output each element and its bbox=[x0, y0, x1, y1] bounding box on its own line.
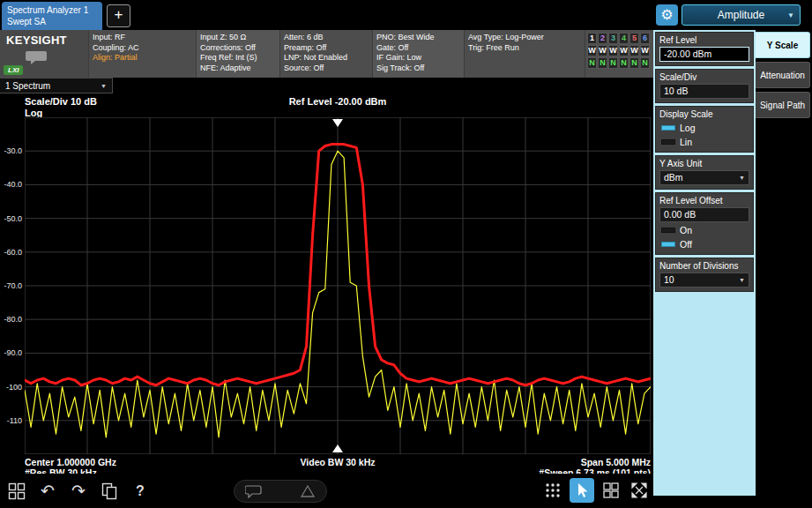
add-tab-button[interactable]: + bbox=[107, 4, 130, 27]
number-of-divisions-dropdown[interactable]: 10 ▼ bbox=[659, 273, 749, 288]
menu-item-ref-level: Ref Level -20.00 dBm bbox=[655, 32, 754, 66]
y-tick-label: -110 bbox=[0, 415, 22, 426]
scale-div-menu-label: Scale/Div bbox=[659, 71, 749, 83]
chart-footer-row1: Center 1.000000 GHz Video BW 30 kHz Span… bbox=[25, 457, 651, 467]
triangle-annotation-icon bbox=[300, 484, 316, 498]
marker-cell: W bbox=[598, 45, 607, 56]
amplitude-menu-panel: Ref Level -20.00 dBm Scale/Div 10 dB Dis… bbox=[653, 30, 756, 496]
top-bar: Spectrum Analyzer 1 Swept SA + ⚙ Amplitu… bbox=[0, 0, 812, 30]
expand-arrows-icon bbox=[630, 482, 648, 499]
header-info-line: Source: Off bbox=[284, 64, 369, 74]
menu-dropdown-amplitude[interactable]: Amplitude ▼ bbox=[682, 4, 801, 26]
menu-tabs: Y ScaleAttenuationSignal Path bbox=[756, 30, 812, 508]
ref-level-offset-menu-label: Ref Level Offset bbox=[659, 195, 749, 206]
logo-cell: KEYSIGHT LXI bbox=[0, 30, 88, 78]
menu-item-ref-level-offset: Ref Level Offset 0.00 dB On Off bbox=[655, 192, 754, 255]
center-freq-marker-bottom bbox=[332, 444, 343, 452]
header-info-line: Trig: Free Run bbox=[468, 43, 581, 54]
menu-item-y-axis-unit: Y Axis Unit dBm ▼ bbox=[655, 155, 754, 190]
tab-y-scale[interactable]: Y Scale bbox=[756, 32, 810, 58]
bottom-toolbar: ↶ ↷ ? bbox=[0, 474, 653, 508]
help-icon: ? bbox=[136, 483, 145, 499]
marker-cell: 1 bbox=[587, 33, 597, 44]
system-settings-button[interactable]: ⚙ bbox=[656, 4, 678, 26]
selection-indicator bbox=[661, 242, 675, 247]
tab-signal-path[interactable]: Signal Path bbox=[756, 92, 810, 118]
header-info-line: Corrections: Off bbox=[200, 43, 276, 54]
tab-spectrum-analyzer-1[interactable]: Spectrum Analyzer 1 Swept SA bbox=[2, 2, 102, 30]
marker-cell: N bbox=[619, 57, 629, 69]
menu-item-scale-div: Scale/Div 10 dB bbox=[655, 69, 754, 103]
y-axis-unit-menu-label: Y Axis Unit bbox=[659, 158, 749, 169]
help-button[interactable]: ? bbox=[129, 480, 152, 503]
number-of-divisions-menu-label: Number of Divisions bbox=[659, 260, 749, 272]
spectrum-analyzer-app: Spectrum Analyzer 1 Swept SA + ⚙ Amplitu… bbox=[0, 0, 812, 508]
marker-cell: 2 bbox=[598, 33, 607, 44]
gear-icon: ⚙ bbox=[660, 7, 673, 22]
undo-icon: ↶ bbox=[41, 481, 55, 501]
header-column: Avg Type: Log-PowerTrig: Free Run bbox=[464, 30, 585, 78]
mode-dropdown-label: Amplitude bbox=[718, 9, 764, 21]
ref-level-offset-off-option[interactable]: Off bbox=[659, 238, 749, 250]
touch-pointer-icon bbox=[574, 482, 590, 498]
menu-item-display-scale: Display Scale Log Lin bbox=[655, 106, 754, 153]
display-scale-log-option[interactable]: Log bbox=[659, 122, 749, 134]
window-layout-button[interactable] bbox=[5, 480, 28, 503]
header-column: Input: RFCoupling: ACAlign: Partial bbox=[88, 30, 196, 78]
tab-subtitle: Swept SA bbox=[7, 16, 97, 27]
window-layout-icon bbox=[8, 482, 26, 500]
header-info-line: Coupling: AC bbox=[93, 43, 192, 54]
header-column: Atten: 6 dBPreamp: OffLNP: Not EnabledSo… bbox=[279, 30, 372, 78]
header-info-line: NFE: Adaptive bbox=[200, 64, 276, 74]
y-tick-label: -90.0 bbox=[0, 347, 22, 358]
trace-selector-dropdown[interactable]: 1 Spectrum ▼ bbox=[0, 78, 113, 93]
marker-cell: 4 bbox=[619, 33, 629, 44]
y-axis-unit-dropdown[interactable]: dBm ▼ bbox=[659, 170, 749, 185]
touch-mode-button[interactable] bbox=[570, 478, 594, 503]
menu-item-number-of-divisions: Number of Divisions 10 ▼ bbox=[655, 258, 754, 292]
ref-level-value-field[interactable]: -20.00 dBm bbox=[659, 47, 749, 62]
ref-level-menu-label: Ref Level bbox=[659, 34, 749, 46]
redo-icon: ↷ bbox=[71, 481, 86, 501]
span-label: Span 5.000 MHz bbox=[581, 457, 651, 467]
tile-windows-button[interactable] bbox=[600, 479, 622, 502]
marker-cell: 5 bbox=[629, 33, 639, 44]
display-scale-lin-option[interactable]: Lin bbox=[659, 136, 749, 148]
spectrum-plot-svg[interactable] bbox=[25, 117, 651, 454]
selection-indicator bbox=[661, 139, 675, 145]
display-scale-menu-label: Display Scale bbox=[659, 108, 749, 120]
number-of-divisions-value: 10 bbox=[664, 273, 674, 287]
option-label: Off bbox=[680, 238, 692, 250]
header-info-line: Avg Type: Log-Power bbox=[468, 33, 581, 43]
scale-div-value-field[interactable]: 10 dB bbox=[659, 84, 749, 99]
redo-button[interactable]: ↷ bbox=[67, 480, 90, 503]
header-info-line: Freq Ref: Int (S) bbox=[200, 53, 276, 64]
spectrum-chart: 1 Spectrum ▼ Scale/Div 10 dB Ref Level -… bbox=[0, 78, 653, 474]
fullscreen-button[interactable] bbox=[628, 479, 651, 502]
header-info-line: Sig Track: Off bbox=[376, 64, 460, 74]
y-tick-label: -40.0 bbox=[0, 179, 22, 190]
speech-bubble-icon bbox=[25, 49, 48, 65]
copy-icon bbox=[101, 482, 118, 500]
header-info-line: Preamp: Off bbox=[284, 43, 369, 54]
chevron-down-icon: ▼ bbox=[787, 11, 794, 19]
option-label: Log bbox=[680, 122, 696, 134]
ref-level-offset-on-option[interactable]: On bbox=[659, 224, 749, 236]
marker-table-row: WWWWWW bbox=[587, 45, 652, 56]
header-column: PNO: Best WideGate: OffIF Gain: LowSig T… bbox=[372, 30, 464, 78]
marker-cell: N bbox=[640, 57, 650, 69]
header-info-line: Input Z: 50 Ω bbox=[200, 33, 276, 43]
marker-cell: W bbox=[619, 45, 629, 56]
video-bw-label: Video BW 30 kHz bbox=[25, 457, 651, 467]
ref-level-offset-value-field[interactable]: 0.00 dB bbox=[659, 207, 749, 222]
header-info-line: Input: RF bbox=[93, 33, 192, 43]
copy-screen-button[interactable] bbox=[98, 480, 121, 503]
annotation-bubble-button[interactable] bbox=[234, 480, 327, 503]
apps-grid-button[interactable] bbox=[541, 479, 564, 502]
toolbar-right-cluster bbox=[541, 478, 651, 503]
marker-table-row: 123456 bbox=[587, 33, 652, 44]
undo-button[interactable]: ↶ bbox=[36, 480, 59, 503]
chevron-down-icon: ▼ bbox=[739, 273, 745, 287]
apps-grid-icon bbox=[544, 482, 562, 499]
tab-attenuation[interactable]: Attenuation bbox=[756, 62, 810, 88]
